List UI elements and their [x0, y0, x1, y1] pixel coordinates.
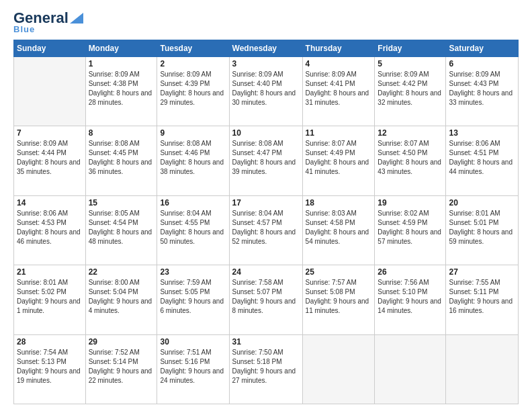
day-cell — [446, 334, 519, 404]
day-info: Sunrise: 8:09 AMSunset: 4:39 PMDaylight:… — [160, 70, 226, 107]
page: General Blue SundayMondayTuesdayWednesda… — [0, 0, 532, 411]
day-number: 24 — [232, 267, 300, 277]
day-cell: 28Sunrise: 7:54 AMSunset: 5:13 PMDayligh… — [14, 334, 86, 404]
day-cell: 4Sunrise: 8:09 AMSunset: 4:41 PMDaylight… — [302, 57, 375, 126]
weekday-header-sunday: Sunday — [14, 40, 86, 57]
day-cell: 16Sunrise: 8:04 AMSunset: 4:55 PMDayligh… — [157, 195, 229, 265]
day-info: Sunrise: 8:08 AMSunset: 4:47 PMDaylight:… — [232, 139, 300, 177]
day-number: 29 — [89, 337, 154, 347]
week-row-3: 14Sunrise: 8:06 AMSunset: 4:53 PMDayligh… — [14, 195, 519, 265]
day-info: Sunrise: 7:58 AMSunset: 5:07 PMDaylight:… — [232, 278, 300, 316]
weekday-header-row: SundayMondayTuesdayWednesdayThursdayFrid… — [14, 40, 519, 57]
day-info: Sunrise: 7:52 AMSunset: 5:14 PMDaylight:… — [89, 348, 154, 385]
weekday-header-thursday: Thursday — [302, 40, 375, 57]
weekday-header-wednesday: Wednesday — [229, 40, 302, 57]
day-info: Sunrise: 8:08 AMSunset: 4:46 PMDaylight:… — [160, 139, 226, 177]
day-number: 14 — [17, 198, 83, 208]
day-number: 17 — [232, 198, 300, 208]
logo: General Blue — [13, 11, 83, 34]
logo-blue: Blue — [13, 24, 35, 34]
day-cell: 3Sunrise: 8:09 AMSunset: 4:40 PMDaylight… — [229, 57, 302, 126]
day-number: 8 — [89, 128, 154, 138]
day-number: 25 — [306, 267, 372, 277]
day-info: Sunrise: 7:57 AMSunset: 5:08 PMDaylight:… — [306, 278, 372, 316]
day-number: 28 — [17, 337, 83, 347]
day-info: Sunrise: 8:09 AMSunset: 4:42 PMDaylight:… — [378, 70, 443, 107]
day-info: Sunrise: 7:55 AMSunset: 5:11 PMDaylight:… — [449, 278, 515, 316]
day-number: 6 — [449, 59, 515, 68]
day-number: 9 — [160, 128, 226, 138]
day-number: 7 — [17, 128, 83, 138]
day-cell: 27Sunrise: 7:55 AMSunset: 5:11 PMDayligh… — [446, 265, 519, 334]
weekday-header-saturday: Saturday — [446, 40, 519, 57]
day-cell: 5Sunrise: 8:09 AMSunset: 4:42 PMDaylight… — [375, 57, 446, 126]
day-number: 21 — [17, 267, 83, 277]
day-cell: 22Sunrise: 8:00 AMSunset: 5:04 PMDayligh… — [85, 265, 157, 334]
day-number: 22 — [89, 267, 154, 277]
day-info: Sunrise: 8:04 AMSunset: 4:57 PMDaylight:… — [232, 209, 300, 246]
day-cell: 19Sunrise: 8:02 AMSunset: 4:59 PMDayligh… — [375, 195, 446, 265]
day-info: Sunrise: 8:09 AMSunset: 4:44 PMDaylight:… — [17, 139, 83, 177]
day-number: 23 — [160, 267, 226, 277]
day-number: 5 — [378, 59, 443, 68]
day-number: 12 — [378, 128, 443, 138]
day-info: Sunrise: 7:59 AMSunset: 5:05 PMDaylight:… — [160, 278, 226, 316]
calendar-table: SundayMondayTuesdayWednesdayThursdayFrid… — [13, 40, 519, 404]
day-info: Sunrise: 8:01 AMSunset: 5:02 PMDaylight:… — [17, 278, 83, 316]
day-cell — [14, 57, 86, 126]
day-info: Sunrise: 8:06 AMSunset: 4:51 PMDaylight:… — [449, 139, 515, 177]
day-cell: 31Sunrise: 7:50 AMSunset: 5:18 PMDayligh… — [229, 334, 302, 404]
day-info: Sunrise: 8:09 AMSunset: 4:40 PMDaylight:… — [232, 70, 300, 107]
week-row-5: 28Sunrise: 7:54 AMSunset: 5:13 PMDayligh… — [14, 334, 519, 404]
day-info: Sunrise: 8:09 AMSunset: 4:41 PMDaylight:… — [306, 70, 372, 107]
svg-marker-0 — [70, 13, 83, 24]
day-info: Sunrise: 8:08 AMSunset: 4:45 PMDaylight:… — [89, 139, 154, 177]
day-cell: 14Sunrise: 8:06 AMSunset: 4:53 PMDayligh… — [14, 195, 86, 265]
day-cell: 7Sunrise: 8:09 AMSunset: 4:44 PMDaylight… — [14, 126, 86, 195]
day-number: 1 — [89, 59, 154, 68]
logo-icon — [70, 10, 83, 24]
day-cell — [375, 334, 446, 404]
day-info: Sunrise: 8:00 AMSunset: 5:04 PMDaylight:… — [89, 278, 154, 316]
day-cell: 26Sunrise: 7:56 AMSunset: 5:10 PMDayligh… — [375, 265, 446, 334]
day-cell: 1Sunrise: 8:09 AMSunset: 4:38 PMDaylight… — [85, 57, 157, 126]
day-number: 15 — [89, 198, 154, 208]
day-info: Sunrise: 8:09 AMSunset: 4:38 PMDaylight:… — [89, 70, 154, 107]
day-info: Sunrise: 8:01 AMSunset: 5:01 PMDaylight:… — [449, 209, 515, 246]
weekday-header-monday: Monday — [85, 40, 157, 57]
day-number: 10 — [232, 128, 300, 138]
day-number: 3 — [232, 59, 300, 68]
day-cell: 15Sunrise: 8:05 AMSunset: 4:54 PMDayligh… — [85, 195, 157, 265]
logo-general: General — [13, 11, 69, 26]
day-cell: 2Sunrise: 8:09 AMSunset: 4:39 PMDaylight… — [157, 57, 229, 126]
weekday-header-tuesday: Tuesday — [157, 40, 229, 57]
day-cell: 13Sunrise: 8:06 AMSunset: 4:51 PMDayligh… — [446, 126, 519, 195]
day-cell: 30Sunrise: 7:51 AMSunset: 5:16 PMDayligh… — [157, 334, 229, 404]
day-number: 16 — [160, 198, 226, 208]
day-number: 20 — [449, 198, 515, 208]
day-info: Sunrise: 8:04 AMSunset: 4:55 PMDaylight:… — [160, 209, 226, 246]
day-cell: 12Sunrise: 8:07 AMSunset: 4:50 PMDayligh… — [375, 126, 446, 195]
day-info: Sunrise: 8:05 AMSunset: 4:54 PMDaylight:… — [89, 209, 154, 246]
day-cell: 6Sunrise: 8:09 AMSunset: 4:43 PMDaylight… — [446, 57, 519, 126]
day-number: 26 — [378, 267, 443, 277]
day-number: 18 — [306, 198, 372, 208]
day-info: Sunrise: 8:09 AMSunset: 4:43 PMDaylight:… — [449, 70, 515, 107]
day-number: 30 — [160, 337, 226, 347]
weekday-header-friday: Friday — [375, 40, 446, 57]
day-number: 13 — [449, 128, 515, 138]
day-cell: 21Sunrise: 8:01 AMSunset: 5:02 PMDayligh… — [14, 265, 86, 334]
day-cell: 9Sunrise: 8:08 AMSunset: 4:46 PMDaylight… — [157, 126, 229, 195]
day-cell: 20Sunrise: 8:01 AMSunset: 5:01 PMDayligh… — [446, 195, 519, 265]
day-number: 2 — [160, 59, 226, 68]
day-cell — [302, 334, 375, 404]
week-row-4: 21Sunrise: 8:01 AMSunset: 5:02 PMDayligh… — [14, 265, 519, 334]
day-info: Sunrise: 8:06 AMSunset: 4:53 PMDaylight:… — [17, 209, 83, 246]
day-cell: 23Sunrise: 7:59 AMSunset: 5:05 PMDayligh… — [157, 265, 229, 334]
day-cell: 29Sunrise: 7:52 AMSunset: 5:14 PMDayligh… — [85, 334, 157, 404]
day-info: Sunrise: 7:51 AMSunset: 5:16 PMDaylight:… — [160, 348, 226, 385]
day-cell: 8Sunrise: 8:08 AMSunset: 4:45 PMDaylight… — [85, 126, 157, 195]
day-number: 11 — [306, 128, 372, 138]
day-number: 19 — [378, 198, 443, 208]
day-cell: 18Sunrise: 8:03 AMSunset: 4:58 PMDayligh… — [302, 195, 375, 265]
